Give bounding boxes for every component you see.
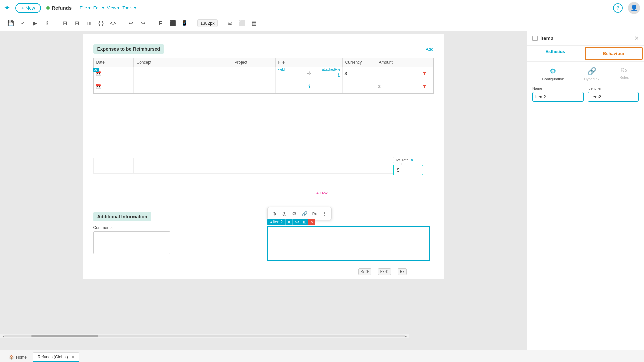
upload-button[interactable]: ℹ: [338, 72, 340, 78]
item-checkbox[interactable]: [532, 36, 538, 41]
total-input[interactable]: [393, 165, 423, 175]
canvas-inner: Expenses to be Reimbursed Add Date Conce…: [83, 34, 444, 279]
html-button[interactable]: <>: [108, 18, 118, 29]
components-button[interactable]: ⊞: [59, 18, 70, 29]
project-cell-1[interactable]: [232, 67, 276, 80]
expenses-title: Expenses to be Reimbursed: [93, 44, 164, 54]
identifier-input[interactable]: [588, 92, 639, 102]
identifier-label: Identifier: [588, 86, 639, 90]
additional-title: Additional Information: [93, 212, 151, 221]
delete-cell-1[interactable]: 🗑: [420, 67, 433, 80]
item2-selected-cell[interactable]: [267, 226, 430, 261]
undo-button[interactable]: ↩: [125, 18, 136, 29]
eye-icon: 👁: [366, 270, 369, 274]
item2-tag-box-btn[interactable]: ⊞: [301, 219, 308, 225]
layout-button[interactable]: ▤: [249, 18, 260, 29]
currency-symbol-2: $: [378, 84, 381, 89]
desktop-view[interactable]: 🖥: [155, 18, 166, 29]
concept-cell-1[interactable]: [134, 67, 232, 80]
item2-tag: ◂ item2 ✕ <> ⊞ ✕: [267, 219, 315, 225]
scroll-right[interactable]: ▸: [405, 334, 407, 338]
ft-more[interactable]: ⋮: [320, 209, 329, 218]
amount-cell-2[interactable]: $: [376, 80, 420, 93]
table-header: Date Concept Project File Currency Amoun…: [94, 58, 433, 67]
th-concept: Concept: [134, 58, 232, 67]
help-button[interactable]: ?: [613, 3, 623, 13]
total-badge: Rx Total ✕: [393, 157, 423, 163]
user-avatar[interactable]: 👤: [628, 2, 640, 14]
currency-cell-2[interactable]: [343, 80, 376, 93]
rules-icon-item[interactable]: Rx Rules: [619, 67, 629, 81]
date-cell-1[interactable]: 📅: [94, 67, 134, 80]
tab-behaviour[interactable]: Behaviour: [585, 47, 643, 60]
tab-esthetics[interactable]: Esthetics: [527, 46, 584, 61]
table-row: Js 📅 Field attachedFile ✛ ℹ: [94, 67, 433, 80]
delete-icon[interactable]: 🗑: [422, 70, 427, 76]
rp-header: item2 ✕: [527, 31, 644, 46]
identifier-field: Identifier: [588, 86, 639, 102]
responsive-button[interactable]: ⚖: [225, 18, 235, 29]
ft-rx[interactable]: Rx: [310, 209, 319, 218]
redo-button[interactable]: ↪: [138, 18, 148, 29]
rp-body: ⚙ Configuration 🔗 Hyperlink Rx Rules Nam…: [527, 62, 644, 350]
canvas-area[interactable]: Expenses to be Reimbursed Add Date Conce…: [0, 31, 527, 350]
add-link[interactable]: Add: [426, 47, 433, 52]
ft-target[interactable]: ◎: [280, 209, 289, 218]
data-button[interactable]: ≋: [84, 18, 94, 29]
calendar-icon-2[interactable]: 📅: [96, 84, 101, 89]
v-line-label: 349.4px: [315, 191, 328, 195]
name-input[interactable]: [532, 92, 584, 102]
main-layout: Expenses to be Reimbursed Add Date Conce…: [0, 31, 644, 350]
check-button[interactable]: ✓: [17, 18, 28, 29]
run-button[interactable]: ▶: [30, 18, 40, 29]
code-button[interactable]: { }: [96, 18, 106, 29]
amount-cell-1[interactable]: [376, 67, 420, 80]
name-field: Name: [532, 86, 584, 102]
tablet-view[interactable]: ⬛: [167, 18, 178, 29]
rx-text-1: Rx: [361, 270, 365, 274]
item2-tag-close-btn[interactable]: ✕: [285, 219, 292, 225]
configuration-icon: ⚙: [550, 67, 556, 76]
ft-move[interactable]: ⊕: [270, 209, 279, 218]
rules-icon: Rx: [620, 67, 628, 74]
mobile-view[interactable]: 📱: [179, 18, 190, 29]
file-cell-1[interactable]: Field attachedFile ✛ ℹ: [276, 67, 343, 80]
hyperlink-label: Hyperlink: [584, 77, 599, 81]
rx-text-3: Rx: [400, 270, 404, 274]
item2-tag-code-btn[interactable]: <>: [292, 219, 301, 225]
comments-textarea[interactable]: [93, 231, 170, 254]
right-panel: item2 ✕ Esthetics Behaviour ⚙ Configurat…: [527, 31, 644, 350]
hyperlink-icon-item[interactable]: 🔗 Hyperlink: [584, 67, 599, 81]
save-button[interactable]: 💾: [5, 18, 16, 29]
delete-icon-2[interactable]: 🗑: [422, 83, 427, 89]
split-button[interactable]: ⬜: [237, 18, 248, 29]
concept-cell-2[interactable]: [134, 80, 232, 93]
export-button[interactable]: ⇪: [42, 18, 52, 29]
h-scrollbar[interactable]: ◂ ▸: [0, 334, 409, 338]
canvas-width: 1382px: [197, 19, 218, 27]
ft-link[interactable]: 🔗: [300, 209, 309, 218]
file-cell-2[interactable]: ℹ: [276, 80, 343, 93]
ft-settings[interactable]: ⚙: [290, 209, 299, 218]
new-button[interactable]: + New: [15, 3, 41, 13]
nav-right: ? 👤: [613, 2, 640, 14]
config-icon-item[interactable]: ⚙ Configuration: [542, 67, 564, 81]
delete-cell-2[interactable]: 🗑: [420, 80, 433, 93]
date-cell-2[interactable]: 📅: [94, 80, 134, 93]
expenses-header: Expenses to be Reimbursed Add: [93, 44, 434, 54]
page-title: Refunds: [52, 5, 72, 11]
attached-file-label[interactable]: attachedFile: [322, 68, 340, 71]
edit-menu[interactable]: Edit ▾: [93, 5, 104, 10]
th-date: Date: [94, 58, 134, 67]
file-menu[interactable]: File ▾: [80, 5, 91, 10]
tools-menu[interactable]: Tools ▾: [122, 5, 136, 10]
project-cell-2[interactable]: [232, 80, 276, 93]
rp-close-button[interactable]: ✕: [634, 35, 639, 41]
view-menu[interactable]: View ▾: [107, 5, 120, 10]
currency-cell-1[interactable]: $: [343, 67, 376, 80]
item2-tag-x[interactable]: ✕: [308, 219, 315, 225]
scroll-thumb[interactable]: [31, 335, 98, 337]
upload-btn-2[interactable]: ℹ: [308, 84, 310, 89]
rx-icon-small2: ✕: [411, 158, 413, 162]
layers-button[interactable]: ⊟: [71, 18, 82, 29]
